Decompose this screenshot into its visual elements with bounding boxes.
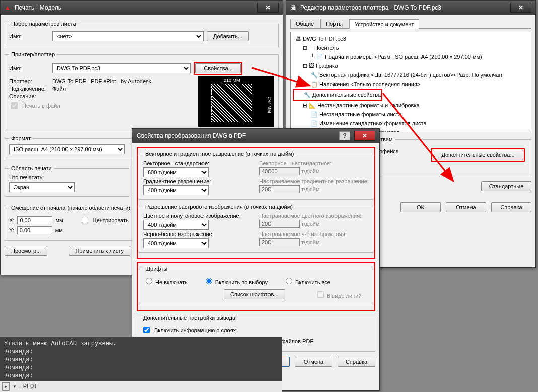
pageset-legend: Набор параметров листа [9,21,78,27]
extra-legend: Дополнительные настройки вывода [141,315,237,321]
preview-button[interactable]: Просмотр... [5,246,47,256]
colornon-input [259,220,300,228]
pageset-name-select[interactable]: <нет> [52,31,204,41]
help-icon[interactable]: ? [339,131,350,140]
tab-device[interactable]: Устройство и документ [349,19,419,29]
print-to-file-label: Печать в файл [22,103,60,109]
tree-feed[interactable]: └ 📄 Подача и размеры <Разм: ISO расш. A4… [293,52,529,61]
offset-x-unit: мм [55,217,63,223]
color-select[interactable]: 400 т/дюйм [143,220,209,230]
bwnon-label: Настраиваемое ч-б изображения: [259,231,369,237]
color-label: Цветное и полутоновое изображение: [143,213,252,219]
close-icon[interactable]: ✕ [257,3,279,13]
tree-nonstdsheet[interactable]: 📄 Нестандартные форматы листа [293,110,529,119]
tree-root[interactable]: 🖶DWG To PDF.pc3 [293,34,529,43]
bw-label: Черно-белое изображение: [143,231,252,237]
layers-checkbox[interactable] [143,327,150,333]
gradnon-label: Настраиваемое градиентное разрешение: [259,178,369,184]
raster-legend: Разрешение растрового изображения (в точ… [143,204,295,210]
apply-button[interactable]: Применить к листу [69,246,130,256]
tree-vector[interactable]: 🔧 Векторная графика <Цв: 16777216 (24-би… [293,70,529,80]
vecstd-label: Векторное - стандартное: [143,160,252,166]
printer-legend: Принтер/плоттер [9,51,57,57]
fonts-none-radio[interactable]: Не включать [143,276,188,285]
tree-stdchange[interactable]: 📄 Изменение стандартных форматов листа [293,119,529,128]
fonts-sel-radio[interactable]: Включить по выбору [203,276,268,285]
vec-legend: Векторное и градиентное разрешение (в то… [143,151,296,157]
cmd-prompt[interactable]: _PLOT [19,383,280,390]
offset-y-unit: мм [55,227,63,233]
custom-props-button[interactable]: Дополнительные свойства... [433,150,523,160]
format-select[interactable]: ISO расш. A4 (210.00 x 297.00 мм) [9,144,125,154]
autocad-icon: ▲ [5,4,11,11]
conn-label: Подключение: [9,86,49,92]
tab-general[interactable]: Общие [290,19,319,28]
vecnon-input [259,167,300,175]
plotter-label: Плоттер: [9,78,49,84]
tree-nonstd[interactable]: ⊟ 📐 Нестандартные форматы и калибровка [293,101,529,110]
print-titlebar: ▲ Печать - Модель ✕ [1,1,283,15]
tree-custom-props[interactable]: 🔧 Дополнительные свойства [293,89,382,101]
print-to-file-checkbox [11,102,18,109]
dwgpdf-help-button[interactable]: Справка [338,357,375,367]
tree-layers[interactable]: 📋 Наложения <Только последняя линия> [293,80,529,89]
grad-select[interactable]: 400 т/дюйм [143,185,209,195]
command-input-bar: ▸ ▾ _PLOT [0,381,282,392]
gradnon-input [259,185,300,193]
cmd-icon: ▸ [2,382,10,391]
area-legend: Область печати [9,165,54,171]
print-title: Печать - Модель [15,4,61,11]
fonts-legend: Шрифты [143,266,169,272]
plotter-title: Редактор параметров плоттера - DWG To PD… [300,4,441,11]
dwgpdf-cancel-button[interactable]: Отмена [295,357,332,367]
dwgpdf-title: Свойства преобразования DWG в PDF [137,132,246,139]
plotter-ok-button[interactable]: OK [400,202,441,212]
grad-label: Градиентное разрешение: [143,178,252,184]
area-what-select[interactable]: Экран [9,182,75,192]
pageset-add-button[interactable]: Добавить... [207,31,249,41]
center-label: Центрировать [93,217,129,223]
plotter-cancel-button[interactable]: Отмена [446,202,486,212]
tree-media[interactable]: ⊟ ─ Носитель [293,43,529,52]
dwgpdf-titlebar: Свойства преобразования DWG в PDF ? ✕ [132,129,379,143]
center-checkbox[interactable] [82,217,88,223]
bw-select[interactable]: 400 т/дюйм [143,238,209,248]
close-icon[interactable]: ✕ [510,3,531,13]
fonts-lines-checkbox: В виде линий [315,290,362,299]
offset-legend: Смещение от начала (начало области печат… [9,205,132,211]
tree-graphics[interactable]: ⊟ 🖼 Графика [293,61,529,70]
offset-y-label: Y: [9,227,14,233]
desc-label: Описание: [9,93,49,99]
font-list-button[interactable]: Список шрифтов... [224,289,285,299]
format-legend: Формат [9,135,33,141]
area-what-label: Что печатать: [9,174,125,180]
plotter-tabs: Общие Порты Устройство и документ [290,19,531,29]
offset-x-input[interactable] [17,216,52,224]
plotter-icon: 🖶 [290,4,296,11]
plotter-value: DWG To PDF - PDF ePlot - by Autodesk [52,78,151,84]
printer-props-button[interactable]: Свойства... [195,63,241,73]
offset-x-label: X: [9,217,14,223]
plotter-tree[interactable]: 🖶DWG To PDF.pc3 ⊟ ─ Носитель └ 📄 Подача … [290,32,531,132]
cmd-caret-icon: ▾ [13,383,16,390]
pageset-name-label: Имя: [9,33,49,39]
printer-name-select[interactable]: DWG To PDF.pc3 [52,63,191,73]
printer-name-label: Имя: [9,65,49,71]
vecnon-label: Векторное - нестандартное: [259,160,369,166]
std-button[interactable]: Стандартные [481,181,531,191]
command-line: Утилиты меню AutoCAD загружены.Команда:К… [0,337,282,383]
layers-label: Включить информацию о слоях [154,327,236,333]
plotter-titlebar: 🖶 Редактор параметров плоттера - DWG To … [286,1,535,15]
paper-preview: 210 MM 297 MM [198,76,274,127]
vecstd-select[interactable]: 600 т/дюйм [143,167,209,177]
fonts-all-radio[interactable]: Включить все [283,276,330,285]
plotter-help-button[interactable]: Справка [491,202,531,212]
close-icon[interactable]: ✕ [354,131,375,141]
colornon-label: Настраиваемое цветного изображения: [259,213,369,219]
bwnon-input [259,238,300,246]
conn-value: Файл [52,86,66,92]
offset-y-input[interactable] [17,226,52,234]
tab-ports[interactable]: Порты [320,19,348,28]
